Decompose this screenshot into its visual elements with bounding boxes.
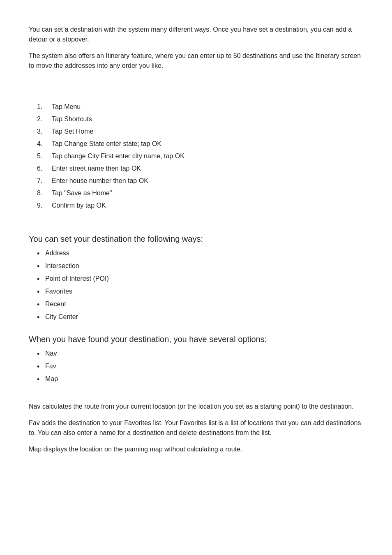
destination-way-item-3: •Point of Interest (POI) (37, 274, 363, 285)
destination-way-text: Favorites (45, 287, 72, 296)
step-num: 9. (37, 201, 52, 210)
destination-way-text: Recent (45, 299, 66, 309)
destination-ways-heading: You can set your destination the followi… (29, 233, 363, 245)
bullet-icon: • (37, 312, 45, 323)
bullet-icon: • (37, 287, 45, 298)
destination-way-text: Intersection (45, 261, 79, 271)
step-text: Enter street name then tap OK (52, 164, 141, 173)
step-text: Confirm by tap OK (52, 201, 106, 210)
bullet-icon: • (37, 299, 45, 310)
step-item-7: 7.Enter house number then tap OK (37, 176, 363, 186)
destination-way-item-6: •City Center (37, 312, 363, 323)
step-num: 5. (37, 151, 52, 161)
destination-way-text: Address (45, 248, 69, 258)
intro-paragraph-1: You can set a destination with the syste… (29, 25, 363, 44)
step-text: Tap Shortcuts (52, 114, 92, 124)
step-item-3: 3.Tap Set Home (37, 127, 363, 136)
step-num: 4. (37, 139, 52, 149)
step-text: Tap Set Home (52, 127, 93, 136)
spacer-1 (29, 77, 363, 102)
spacer-2 (29, 213, 363, 223)
destination-ways-list: •Address•Intersection•Point of Interest … (37, 248, 363, 323)
found-destination-heading: When you have found your destination, yo… (29, 333, 363, 345)
intro-paragraph-2: The system also offers an Itinerary feat… (29, 51, 363, 71)
step-text: Tap "Save as Home" (52, 188, 112, 198)
step-num: 2. (37, 114, 52, 124)
destination-way-item-5: •Recent (37, 299, 363, 310)
map-paragraph: Map displays the location on the panning… (29, 444, 363, 454)
destination-way-item-4: •Favorites (37, 287, 363, 298)
bullet-icon: • (37, 361, 45, 372)
destination-way-item-1: •Address (37, 248, 363, 259)
step-text: Enter house number then tap OK (52, 176, 148, 186)
found-destination-text: Fav (45, 361, 56, 371)
step-num: 3. (37, 127, 52, 136)
found-destination-item-2: •Fav (37, 361, 363, 372)
bullet-icon: • (37, 374, 45, 385)
destination-way-text: City Center (45, 312, 78, 322)
step-item-2: 2.Tap Shortcuts (37, 114, 363, 124)
fav-paragraph: Fav adds the destination to your Favorit… (29, 418, 363, 438)
step-text: Tap change City First enter city name, t… (52, 151, 184, 161)
nav-paragraph: Nav calculates the route from your curre… (29, 402, 363, 412)
bullet-icon: • (37, 349, 45, 360)
destination-way-text: Point of Interest (POI) (45, 274, 109, 284)
destination-way-item-2: •Intersection (37, 261, 363, 272)
step-num: 6. (37, 164, 52, 173)
step-item-4: 4.Tap Change State enter state; tap OK (37, 139, 363, 149)
spacer-3 (29, 392, 363, 402)
found-destination-item-3: •Map (37, 374, 363, 385)
step-item-1: 1.Tap Menu (37, 102, 363, 112)
bullet-icon: • (37, 248, 45, 259)
step-num: 7. (37, 176, 52, 186)
found-destination-text: Map (45, 374, 58, 384)
step-item-6: 6.Enter street name then tap OK (37, 164, 363, 173)
step-item-9: 9.Confirm by tap OK (37, 201, 363, 210)
step-item-5: 5.Tap change City First enter city name,… (37, 151, 363, 161)
step-item-8: 8.Tap "Save as Home" (37, 188, 363, 198)
step-text: Tap Change State enter state; tap OK (52, 139, 161, 149)
step-num: 8. (37, 188, 52, 198)
found-destination-list: •Nav•Fav•Map (37, 349, 363, 385)
steps-list: 1.Tap Menu2.Tap Shortcuts3.Tap Set Home4… (37, 102, 363, 210)
bullet-icon: • (37, 274, 45, 285)
found-destination-item-1: •Nav (37, 349, 363, 360)
step-num: 1. (37, 102, 52, 112)
found-destination-text: Nav (45, 349, 57, 358)
bullet-icon: • (37, 261, 45, 272)
step-text: Tap Menu (52, 102, 81, 112)
